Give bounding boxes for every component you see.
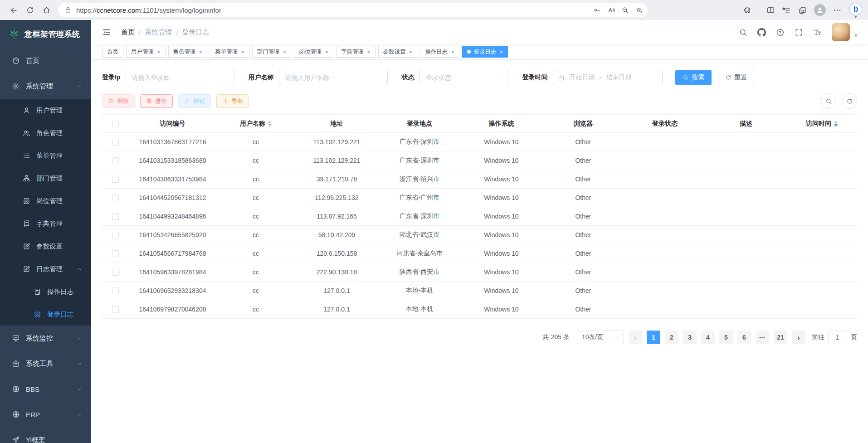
page-button-21[interactable]: 21 [774,331,787,344]
key-icon[interactable] [593,6,601,14]
sidebar-item-erp[interactable]: ERP [0,402,91,427]
close-tab-icon[interactable]: × [409,49,413,55]
delete-button[interactable]: 删除 [102,94,135,108]
user-name-input[interactable] [279,70,388,85]
extensions-icon[interactable] [743,6,751,15]
breadcrumb-item[interactable]: 登录日志 [182,28,209,37]
row-checkbox[interactable] [112,139,119,146]
breadcrumb-item[interactable]: 首页 [121,28,135,37]
status-select[interactable] [419,70,508,85]
close-tab-icon[interactable]: × [325,49,328,55]
sidebar-item-system-mgmt[interactable]: 系统管理 [0,73,91,99]
sort-ascending-caret[interactable] [834,119,838,123]
page-button-3[interactable]: 3 [683,331,697,344]
sidebar-item-system-tools[interactable]: 系统工具 [0,351,91,376]
sidebar-item-log-mgmt[interactable]: 日志管理 [0,258,91,280]
unlock-button[interactable]: 解锁 [178,94,211,108]
login-ip-input[interactable] [126,70,234,85]
sidebar-item-dict-mgmt[interactable]: 字典管理 [0,212,91,235]
page-button-2[interactable]: 2 [665,331,678,344]
next-page-button[interactable]: › [792,331,805,344]
sidebar-item-post-mgmt[interactable]: 岗位管理 [0,190,91,212]
tab-菜单管理[interactable]: 菜单管理× [210,46,249,58]
status-select-input[interactable] [419,70,508,85]
page-button-5[interactable]: 5 [719,331,733,344]
search-icon[interactable] [739,28,747,37]
favorites-icon[interactable] [782,6,791,15]
sidebar-item-menu-mgmt[interactable]: 菜单管理 [0,144,91,167]
sidebar-item-dept-mgmt[interactable]: 部门管理 [0,167,91,190]
sort-ascending-caret[interactable] [268,119,272,123]
column-header-访问时间[interactable]: 访问时间 [786,115,857,133]
sidebar-item-system-monitor[interactable]: 系统监控 [0,326,91,351]
sidebar-item-bbs[interactable]: BBS [0,376,91,402]
sidebar-item-role-mgmt[interactable]: 角色管理 [0,122,91,144]
duplicate-tab-icon[interactable] [798,6,807,15]
sort-descending-caret[interactable] [834,124,838,129]
user-avatar[interactable] [832,23,850,41]
help-icon[interactable] [776,28,785,37]
tab-登录日志[interactable]: 登录日志× [462,46,508,58]
sidebar-collapse-icon[interactable] [102,28,111,37]
home-button[interactable] [38,2,54,18]
more-icon[interactable] [833,6,842,15]
column-header-用户名称[interactable]: 用户名称 [217,115,295,133]
tab-参数设置[interactable]: 参数设置× [378,46,418,58]
sidebar-item-yi-framework[interactable]: Yi框架 [0,427,91,443]
close-tab-icon[interactable]: × [451,49,454,55]
back-arrow-button[interactable] [5,2,22,18]
zoom-out-icon[interactable] [621,6,629,14]
site-info-lock-icon[interactable] [64,6,72,14]
sidebar-item-user-mgmt[interactable]: 用户管理 [0,99,91,122]
tab-操作日志[interactable]: 操作日志× [420,46,459,58]
sidebar-item-param-settings[interactable]: 参数设置 [0,235,91,258]
show-search-button[interactable] [821,93,836,109]
sidebar-item-operation-log[interactable]: 操作日志 [0,280,91,303]
search-button[interactable]: 搜索 [675,70,712,85]
breadcrumb-item[interactable]: 系统管理 [145,28,172,37]
page-button-1[interactable]: 1 [647,331,660,344]
page-size-select[interactable]: 10条/页 [577,331,624,344]
font-size-icon[interactable] [813,28,822,37]
close-tab-icon[interactable]: × [241,49,244,55]
close-tab-icon[interactable]: × [199,49,203,55]
row-checkbox[interactable] [112,157,119,164]
fullscreen-icon[interactable] [795,28,803,37]
goto-page-input[interactable] [828,331,847,344]
row-checkbox[interactable] [112,232,119,239]
row-checkbox[interactable] [112,250,119,257]
close-tab-icon[interactable]: × [367,49,371,55]
row-checkbox[interactable] [112,287,119,294]
sort-caret-icon[interactable] [834,119,838,129]
page-button-4[interactable]: 4 [701,331,715,344]
tab-角色管理[interactable]: 角色管理× [168,46,208,58]
row-checkbox[interactable] [112,269,119,276]
tab-部门管理[interactable]: 部门管理× [252,46,292,58]
tab-首页[interactable]: 首页 [102,46,123,58]
row-checkbox[interactable] [112,195,119,201]
refresh-button[interactable] [22,2,38,18]
sidebar-item-home[interactable]: 首页 [0,48,91,73]
split-screen-icon[interactable] [766,6,775,15]
tab-字典管理[interactable]: 字典管理× [336,46,375,58]
refresh-table-button[interactable] [842,93,857,109]
sort-descending-caret[interactable] [268,124,272,129]
select-all-checkbox[interactable] [112,121,119,127]
close-tab-icon[interactable]: × [157,49,161,55]
close-tab-icon[interactable]: × [500,49,503,55]
row-checkbox[interactable] [112,306,119,313]
sort-caret-icon[interactable] [268,119,272,129]
close-tab-icon[interactable]: × [283,49,287,55]
sidebar-item-login-log[interactable]: 登录日志 [0,303,91,326]
tab-岗位管理[interactable]: 岗位管理× [294,46,333,58]
export-button[interactable]: 导出 [216,94,249,108]
pagination-ellipsis[interactable]: ••• [756,331,769,344]
row-checkbox[interactable] [112,213,119,220]
reset-button[interactable]: 重置 [718,70,754,85]
clear-button[interactable]: 清空 [140,94,173,108]
date-range-picker[interactable]: 开始日期 - 结束日期 [553,70,663,85]
read-aloud-icon[interactable] [607,6,615,14]
bing-chat-button[interactable]: b▾ [849,2,863,18]
tab-用户管理[interactable]: 用户管理× [126,46,166,58]
avatar-caret-down-icon[interactable]: ▾ [854,33,857,41]
